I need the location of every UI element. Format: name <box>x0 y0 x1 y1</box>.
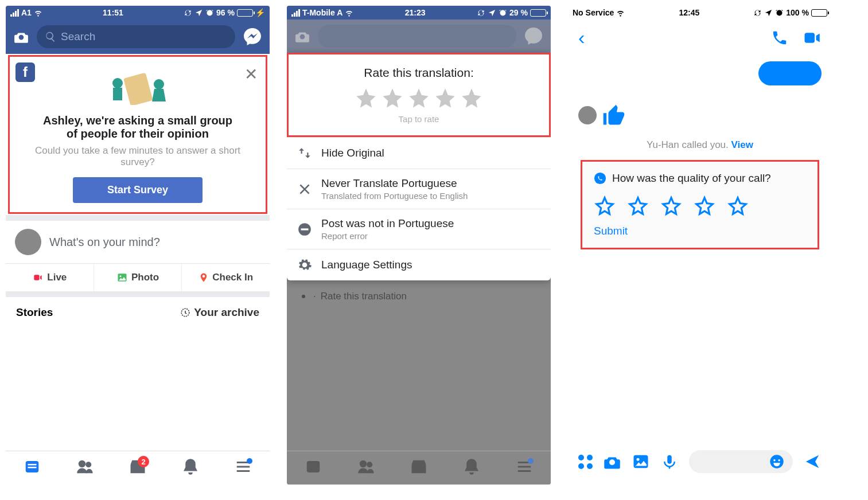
photo-button[interactable]: Photo <box>94 264 182 291</box>
thumbs-up-icon <box>601 103 626 128</box>
star-icon[interactable] <box>434 87 457 110</box>
tab-menu[interactable] <box>217 458 270 475</box>
archive-label: Your archive <box>194 306 259 319</box>
notification-badge: 2 <box>138 456 149 467</box>
messenger-icon[interactable] <box>242 26 263 47</box>
svg-point-3 <box>154 79 164 89</box>
tab-marketplace[interactable]: 2 <box>111 458 164 475</box>
tab-friends[interactable] <box>59 458 111 475</box>
rating-stars[interactable] <box>300 87 538 110</box>
submit-button[interactable]: Submit <box>594 225 806 237</box>
checkin-button[interactable]: Check In <box>182 264 270 291</box>
friends-icon <box>75 458 95 475</box>
star-icon[interactable] <box>660 195 682 217</box>
option-label: Hide Original <box>321 147 384 159</box>
star-icon[interactable] <box>407 87 430 110</box>
archive-button[interactable]: Your archive <box>180 306 259 319</box>
back-button[interactable]: ‹ <box>578 26 585 49</box>
start-survey-button[interactable]: Start Survey <box>73 177 203 203</box>
received-reaction <box>578 103 822 128</box>
option-language-settings[interactable]: Language Settings <box>287 249 551 280</box>
tab-bar: 2 <box>6 451 270 485</box>
photo-label: Photo <box>131 272 159 283</box>
option-sublabel: Translated from Portuguese to English <box>321 191 468 201</box>
tab-feed[interactable] <box>6 458 59 475</box>
view-link[interactable]: View <box>731 139 753 150</box>
svg-rect-21 <box>667 455 672 464</box>
wifi-icon <box>616 9 625 17</box>
svg-rect-13 <box>301 228 309 230</box>
status-bar: No Service 12:45 100 % <box>568 6 832 19</box>
mic-icon[interactable] <box>660 453 679 470</box>
search-icon <box>45 31 56 42</box>
battery-icon <box>811 9 827 17</box>
star-icon[interactable] <box>727 195 749 217</box>
svg-rect-17 <box>805 33 815 43</box>
message-input[interactable] <box>689 450 793 473</box>
send-icon[interactable] <box>803 453 822 470</box>
gear-icon <box>297 257 312 272</box>
emoji-icon[interactable] <box>769 454 785 470</box>
search-input[interactable]: Search <box>37 25 235 48</box>
camera-icon[interactable] <box>13 29 30 44</box>
sent-message-bubble <box>758 61 822 85</box>
live-label: Live <box>47 272 67 283</box>
stories-header: Stories Your archive <box>6 297 270 328</box>
star-icon[interactable] <box>627 195 649 217</box>
dim-rate-label: Rate this translation <box>321 291 407 302</box>
tab-menu <box>498 458 551 475</box>
battery-pct-label: 29 % <box>509 8 528 17</box>
bell-icon <box>181 458 200 475</box>
option-never-translate[interactable]: Never Translate Portuguese Translated fr… <box>287 169 551 209</box>
svg-rect-4 <box>34 275 40 280</box>
tab-notifications[interactable] <box>164 458 217 475</box>
wifi-icon <box>345 9 353 17</box>
marketplace-icon <box>409 458 429 475</box>
gallery-icon[interactable] <box>632 453 650 470</box>
phone-icon[interactable] <box>770 29 789 46</box>
star-icon[interactable] <box>381 87 404 110</box>
x-icon <box>297 182 312 197</box>
svg-point-24 <box>778 459 780 462</box>
star-icon[interactable] <box>355 87 377 110</box>
apps-icon[interactable] <box>578 455 593 469</box>
sync-icon <box>477 9 485 17</box>
sync-icon <box>184 9 192 17</box>
star-icon[interactable] <box>694 195 715 217</box>
avatar <box>578 106 597 124</box>
svg-rect-19 <box>634 455 648 468</box>
call-quality-card: How was the quality of your call? Submit <box>582 162 818 248</box>
location-icon <box>194 9 203 17</box>
dimmed-header <box>287 19 551 53</box>
message-input-row <box>568 441 832 485</box>
live-button[interactable]: Live <box>6 264 94 291</box>
star-icon[interactable] <box>594 195 616 217</box>
star-icon[interactable] <box>460 87 483 110</box>
feed-icon <box>303 458 323 475</box>
alarm-icon <box>205 9 214 17</box>
call-rating-stars[interactable] <box>594 195 806 217</box>
close-icon[interactable]: ✕ <box>244 65 258 84</box>
swap-icon <box>297 146 312 161</box>
composer-actions: Live Photo Check In <box>6 264 270 297</box>
translation-popup: Rate this translation: Tap to rate Hide … <box>287 53 551 280</box>
battery-icon <box>237 9 253 17</box>
facebook-feed-screen: A1 11:51 96 % ⚡ Search f ✕ <box>6 6 270 485</box>
composer-placeholder: What's on your mind? <box>49 236 160 249</box>
option-hide-original[interactable]: Hide Original <box>287 138 551 169</box>
status-bar: A1 11:51 96 % ⚡ <box>6 6 270 19</box>
gear-icon <box>298 291 309 302</box>
camera-icon[interactable] <box>603 453 621 470</box>
svg-point-6 <box>119 275 121 277</box>
survey-illustration <box>95 71 181 105</box>
clock-label: 11:51 <box>42 8 184 17</box>
tab-friends <box>340 458 392 475</box>
option-wrong-language[interactable]: Post was not in Portuguese Report error <box>287 209 551 249</box>
video-icon[interactable] <box>802 29 822 46</box>
option-label: Language Settings <box>321 259 412 271</box>
svg-point-20 <box>637 458 640 461</box>
video-icon <box>32 273 44 282</box>
composer[interactable]: What's on your mind? <box>6 215 270 264</box>
translation-rating-screen: T-Mobile A 21:23 29 % Rate this translat… <box>287 6 551 485</box>
block-icon <box>297 222 312 237</box>
